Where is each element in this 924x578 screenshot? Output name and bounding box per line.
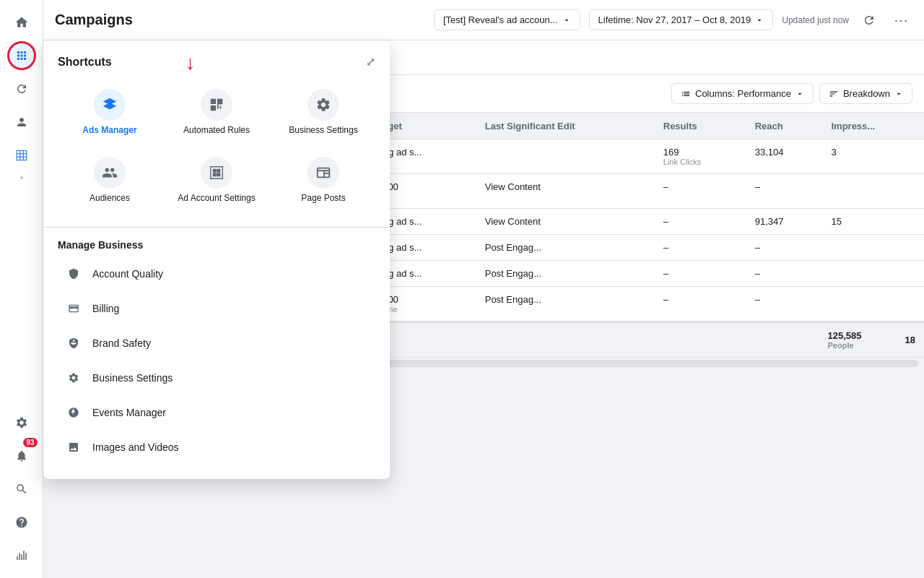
- ads-manager-icon: [94, 89, 126, 121]
- shortcut-audiences[interactable]: Audiences: [58, 148, 162, 213]
- sidebar-icon-table[interactable]: [7, 141, 36, 170]
- top-bar: Campaigns [Test] Reveal's ad accoun... L…: [43, 0, 924, 40]
- shortcuts-grid: ↓ Ads Manager Automated Rules Business S…: [58, 80, 375, 212]
- popup-header: Shortcuts ⤢: [58, 55, 375, 69]
- manage-item-billing[interactable]: Billing: [58, 291, 375, 326]
- shortcut-business-settings-label: Business Settings: [289, 125, 357, 137]
- row-reach-cell: –: [746, 174, 823, 209]
- refresh-button[interactable]: [858, 9, 881, 32]
- shortcut-ad-account-settings-label: Ad Account Settings: [178, 193, 255, 204]
- bell-badge: 93: [23, 438, 37, 447]
- columns-icon: [681, 89, 691, 99]
- manage-item-images-and-videos[interactable]: Images and Videos: [58, 430, 375, 465]
- col-header-results[interactable]: Results: [655, 113, 746, 139]
- sidebar-icon-grid-apps[interactable]: [7, 41, 36, 70]
- breakdown-chevron-icon: [894, 90, 903, 98]
- breakdown-label: Breakdown: [843, 88, 890, 99]
- date-range-label: Lifetime: Nov 27, 2017 – Oct 8, 2019: [598, 14, 751, 25]
- row-reach-cell: –: [746, 235, 823, 261]
- chevron-down-icon: [562, 16, 571, 25]
- row-results-cell: –: [655, 209, 746, 235]
- shortcut-page-posts[interactable]: Page Posts: [271, 148, 375, 213]
- row-last-edit-cell: Post Engag...: [476, 261, 655, 287]
- col-header-last-edit[interactable]: Last Significant Edit: [476, 113, 655, 139]
- manage-item-business-settings[interactable]: Business Settings: [58, 361, 375, 395]
- shortcut-ad-account-settings[interactable]: Ad Account Settings: [165, 148, 269, 213]
- sidebar-icon-home[interactable]: [7, 8, 36, 37]
- row-reach-cell: 33,104: [746, 139, 823, 174]
- manage-item-icon: [64, 333, 84, 353]
- svg-rect-1: [217, 169, 220, 172]
- sidebar-icon-settings[interactable]: [7, 408, 36, 437]
- manage-item-icon: [64, 368, 84, 388]
- columns-button[interactable]: Columns: Performance: [671, 83, 814, 104]
- row-impressions-cell: 15: [822, 209, 924, 235]
- row-reach-cell: –: [746, 261, 823, 287]
- row-last-edit-cell: View Content: [476, 174, 655, 209]
- footer-impressions: 18: [905, 335, 915, 345]
- shortcut-automated-rules-label: Automated Rules: [183, 125, 250, 137]
- sidebar-icon-search[interactable]: [7, 475, 36, 504]
- row-impressions-cell: [822, 287, 924, 322]
- row-reach-cell: 91,347: [746, 209, 823, 235]
- manage-item-account-quality[interactable]: Account Quality: [58, 256, 375, 291]
- date-range-button[interactable]: Lifetime: Nov 27, 2017 – Oct 8, 2019: [589, 9, 774, 30]
- svg-rect-3: [217, 173, 220, 176]
- more-options-button[interactable]: ⋯: [889, 9, 912, 32]
- row-results-cell: –: [655, 261, 746, 287]
- account-selector-label: [Test] Reveal's ad accoun...: [443, 14, 558, 25]
- popup-expand-button[interactable]: ⤢: [366, 55, 375, 69]
- sidebar-icon-bell-container: 93: [7, 439, 36, 473]
- row-impressions-cell: 3: [822, 139, 924, 174]
- sidebar-dot: [20, 176, 23, 179]
- business-settings-icon: [308, 89, 339, 121]
- manage-item-label: Images and Videos: [92, 441, 179, 453]
- audiences-icon: [94, 157, 126, 189]
- shortcut-automated-rules[interactable]: Automated Rules: [165, 80, 269, 145]
- sidebar-icon-refresh[interactable]: [7, 74, 36, 103]
- svg-rect-2: [213, 173, 216, 176]
- svg-rect-0: [213, 169, 216, 172]
- sidebar-icon-person[interactable]: [7, 108, 36, 137]
- manage-business-title: Manage Business: [58, 239, 375, 251]
- popup-title: Shortcuts: [58, 56, 112, 69]
- manage-business-list: Account Quality Billing Brand Safety Bus…: [58, 256, 375, 465]
- shortcut-page-posts-label: Page Posts: [301, 193, 345, 204]
- breakdown-button[interactable]: Breakdown: [819, 83, 912, 104]
- account-selector-button[interactable]: [Test] Reveal's ad accoun...: [434, 9, 580, 30]
- sidebar-icon-help[interactable]: [7, 508, 36, 537]
- page-title: Campaigns: [55, 12, 133, 28]
- manage-item-brand-safety[interactable]: Brand Safety: [58, 326, 375, 361]
- row-reach-cell: –: [746, 287, 823, 322]
- columns-chevron-icon: [796, 90, 804, 98]
- manage-item-icon: [64, 437, 84, 457]
- row-results-cell: –: [655, 174, 746, 209]
- footer-reach: 125,585 People: [828, 330, 862, 350]
- results-sub: Link Clicks: [663, 158, 738, 166]
- shortcut-business-settings[interactable]: Business Settings: [271, 80, 375, 145]
- manage-item-icon: [64, 264, 84, 284]
- manage-item-label: Events Manager: [92, 407, 166, 418]
- page-posts-icon: [308, 157, 339, 189]
- left-sidebar: 93: [0, 0, 43, 578]
- sidebar-icon-analytics[interactable]: [7, 541, 36, 570]
- row-last-edit-cell: Post Engag...: [476, 235, 655, 261]
- col-header-impressions[interactable]: Impress...: [822, 113, 924, 139]
- automated-rules-icon: [201, 89, 232, 121]
- manage-item-label: Billing: [92, 303, 119, 314]
- shortcuts-popup: Shortcuts ⤢ ↓ Ads Manager Automated Rule…: [43, 40, 390, 479]
- ad-account-settings-icon: [201, 157, 232, 189]
- manage-item-icon: [64, 298, 84, 319]
- col-header-reach[interactable]: Reach: [746, 113, 823, 139]
- manage-item-label: Account Quality: [92, 268, 163, 280]
- updated-text: Updated just now: [782, 15, 849, 25]
- shortcut-ads-manager[interactable]: Ads Manager: [58, 80, 162, 145]
- manage-item-icon: [64, 402, 84, 423]
- row-impressions-cell: [822, 261, 924, 287]
- row-last-edit-cell: [476, 139, 655, 174]
- breakdown-icon: [829, 89, 839, 99]
- manage-item-label: Brand Safety: [92, 337, 151, 349]
- manage-item-events-manager[interactable]: Events Manager: [58, 395, 375, 430]
- row-impressions-cell: [822, 174, 924, 209]
- row-last-edit-cell: Post Engag...: [476, 287, 655, 322]
